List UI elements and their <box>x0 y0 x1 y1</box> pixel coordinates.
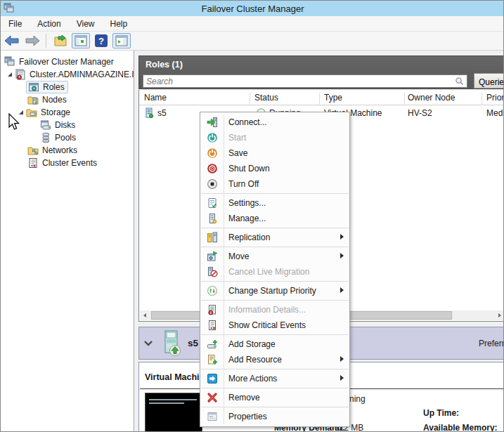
submenu-arrow-icon <box>340 287 344 293</box>
submenu-arrow-icon <box>340 356 344 362</box>
menu-separator <box>201 388 349 388</box>
menu-item-move[interactable]: Move <box>200 249 349 264</box>
menu-item-cancel-live-migration[interactable]: Cancel Live Migration <box>200 264 349 280</box>
menu-action[interactable]: Action <box>30 17 68 31</box>
context-menu: Connect... Start Save Shut Down Turn Off… <box>200 112 350 427</box>
menu-item-save[interactable]: Save <box>200 145 349 161</box>
vm-console-thumbnail[interactable] <box>145 393 202 432</box>
tree-item-nodes[interactable]: Nodes <box>27 93 67 106</box>
column-owner-node[interactable]: Owner Node <box>408 93 455 103</box>
tree-expander-icon[interactable] <box>6 71 13 78</box>
submenu-arrow-icon <box>340 234 344 240</box>
tree-item-failover-cluster-manager[interactable]: Failover Cluster Manager <box>4 55 114 68</box>
menu-item-properties[interactable]: Properties <box>200 409 349 424</box>
remove-icon <box>200 392 224 403</box>
more-actions-icon <box>200 373 224 384</box>
roles-icon <box>28 81 39 93</box>
menu-separator <box>201 334 349 335</box>
toolbar: ? <box>1 32 504 51</box>
move-icon <box>200 251 224 262</box>
turn-off-icon <box>200 178 224 190</box>
failover-cluster-manager-window: Failover Cluster Manager File Action Vie… <box>0 0 504 432</box>
menu-item-start[interactable]: Start <box>200 130 349 145</box>
console-root-icon <box>4 56 15 67</box>
role-owner-node: HV-S2 <box>408 108 432 118</box>
menu-item-show-critical-events[interactable]: Show Critical Events <box>200 318 349 333</box>
menu-bar: File Action View Help <box>1 16 504 32</box>
preferred-owners-label: Preferred Owners: <box>479 339 504 348</box>
search-box <box>143 74 467 88</box>
export-list-icon[interactable] <box>51 33 70 48</box>
tree-selection: Roles <box>26 81 68 93</box>
add-resource-icon <box>200 354 224 365</box>
menu-item-manage[interactable]: Manage... <box>200 211 349 226</box>
tree-item-networks[interactable]: Networks <box>27 144 77 157</box>
pools-icon <box>40 132 51 143</box>
storage-icon <box>26 107 37 118</box>
menu-item-add-resource[interactable]: Add Resource <box>200 352 349 367</box>
menu-file[interactable]: File <box>1 17 30 31</box>
back-arrow-icon[interactable] <box>3 33 21 48</box>
show-critical-events-icon <box>200 320 224 331</box>
menu-item-shut-down[interactable]: Shut Down <box>200 161 349 176</box>
start-icon <box>200 132 224 143</box>
column-type[interactable]: Type <box>324 93 342 103</box>
search-input[interactable] <box>143 77 455 86</box>
menu-item-information-details[interactable]: Information Details... <box>200 302 349 318</box>
menu-help[interactable]: Help <box>103 17 136 31</box>
available-memory-label: Available Memory: <box>423 423 498 432</box>
menu-view[interactable]: View <box>69 17 103 31</box>
mouse-cursor <box>8 113 23 131</box>
change-startup-priority-icon <box>200 285 224 296</box>
forward-arrow-icon[interactable] <box>23 33 41 48</box>
menu-item-settings[interactable]: Settings... <box>200 195 349 211</box>
connect-icon <box>200 117 224 128</box>
menu-item-replication[interactable]: Replication <box>200 230 349 245</box>
tree-item-roles[interactable]: Roles <box>26 81 68 93</box>
tree-item-cluster-events[interactable]: Cluster Events <box>27 157 97 169</box>
menu-separator <box>201 228 349 228</box>
shut-down-icon <box>200 163 224 174</box>
toolbar-separator <box>46 34 46 48</box>
save-icon <box>200 148 224 159</box>
console-tree-pane: Failover Cluster Manager Cluster.ADMINMA… <box>1 51 134 432</box>
queries-button[interactable]: Queries <box>474 73 504 89</box>
action-pane-icon[interactable] <box>112 33 131 48</box>
information-details-icon <box>200 304 224 315</box>
scroll-right-icon[interactable] <box>495 310 504 320</box>
menu-item-remove[interactable]: Remove <box>200 390 349 405</box>
menu-item-more-actions[interactable]: More Actions <box>200 371 349 386</box>
panel-title: Roles (1) <box>146 60 183 70</box>
tree-item-storage[interactable]: Storage <box>18 106 70 119</box>
menu-item-add-storage[interactable]: Add Storage <box>200 336 349 352</box>
menu-separator <box>201 369 349 369</box>
replication-icon <box>200 232 224 243</box>
menu-separator <box>201 193 349 194</box>
column-priority[interactable]: Priority <box>486 93 504 103</box>
cancel-live-migration-icon <box>200 266 224 277</box>
scroll-left-icon[interactable] <box>140 310 150 320</box>
tree-item-pools[interactable]: Pools <box>40 131 76 144</box>
submenu-arrow-icon <box>340 253 344 258</box>
manage-icon <box>200 213 224 224</box>
tree-item-disks[interactable]: Disks <box>40 119 75 131</box>
chevron-down-icon[interactable] <box>143 339 153 348</box>
help-icon[interactable]: ? <box>92 33 110 48</box>
add-storage-icon <box>200 339 224 350</box>
column-name[interactable]: Name <box>144 93 167 103</box>
tree-item-cluster[interactable]: Cluster.ADMINMAGAZINE.I <box>6 68 134 81</box>
console-tree-icon[interactable] <box>72 33 90 48</box>
title-bar: Failover Cluster Manager <box>1 1 504 16</box>
nodes-icon <box>27 94 39 105</box>
column-status[interactable]: Status <box>254 93 278 103</box>
networks-icon <box>27 145 39 156</box>
menu-item-turn-off[interactable]: Turn Off <box>200 176 349 192</box>
menu-item-change-startup-priority[interactable]: Change Startup Priority <box>200 283 349 299</box>
menu-item-connect[interactable]: Connect... <box>200 114 349 130</box>
vm-role-icon <box>143 107 155 119</box>
role-priority: Medium <box>486 108 504 118</box>
search-icon[interactable] <box>455 77 464 86</box>
menu-separator <box>201 281 349 282</box>
menu-separator <box>201 247 349 247</box>
window-title: Failover Cluster Manager <box>1 4 504 14</box>
